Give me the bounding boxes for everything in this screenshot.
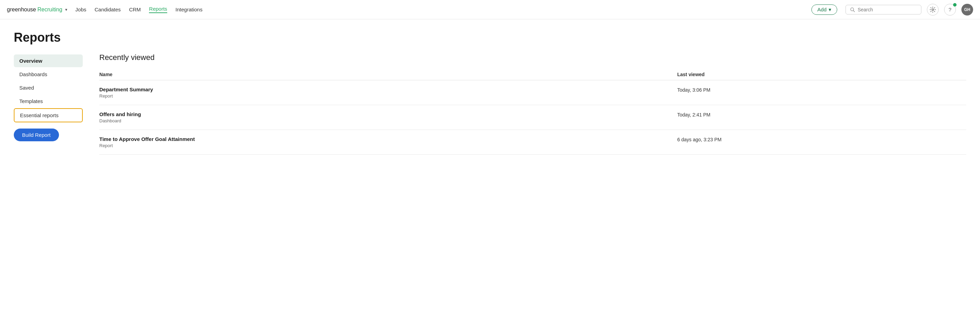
- help-icon: ?: [949, 6, 951, 13]
- sidebar-item-essential-reports[interactable]: Essential reports: [14, 108, 83, 122]
- row-name-col-1: Department Summary Report: [99, 87, 677, 98]
- nav-right-section: ? GH: [846, 4, 973, 16]
- build-report-button[interactable]: Build Report: [14, 128, 59, 141]
- row-name-col-2: Offers and hiring Dashboard: [99, 111, 677, 124]
- row-name-col-3: Time to Approve Offer Goal Attainment Re…: [99, 136, 677, 148]
- svg-line-1: [853, 10, 855, 12]
- gear-icon: [930, 6, 936, 13]
- sidebar-item-dashboards[interactable]: Dashboards: [14, 68, 83, 81]
- sidebar-item-overview[interactable]: Overview: [14, 54, 83, 67]
- row-last-viewed-3: 6 days ago, 3:23 PM: [677, 136, 966, 142]
- table-header: Name Last viewed: [99, 69, 966, 80]
- nav-item-integrations[interactable]: Integrations: [175, 6, 202, 13]
- content-layout: Overview Dashboards Saved Templates Esse…: [14, 53, 966, 155]
- nav-item-jobs[interactable]: Jobs: [76, 6, 87, 13]
- row-type-3: Report: [99, 143, 677, 148]
- row-title-2[interactable]: Offers and hiring: [99, 111, 677, 117]
- nav-item-reports[interactable]: Reports: [149, 6, 167, 13]
- sidebar: Overview Dashboards Saved Templates Esse…: [14, 53, 83, 155]
- brand-logo[interactable]: greenhouse Recruiting ▾: [7, 6, 67, 13]
- add-button[interactable]: Add ▾: [811, 5, 837, 15]
- add-dropdown-icon: ▾: [829, 6, 831, 13]
- notification-badge: [953, 3, 956, 6]
- help-button[interactable]: ?: [944, 4, 956, 16]
- table-row: Offers and hiring Dashboard Today, 2:41 …: [99, 105, 966, 130]
- column-header-name: Name: [99, 72, 677, 77]
- avatar-initials: GH: [964, 7, 970, 12]
- sidebar-item-saved[interactable]: Saved: [14, 81, 83, 94]
- search-icon: [850, 7, 855, 13]
- settings-button[interactable]: [927, 4, 939, 16]
- column-header-last-viewed: Last viewed: [677, 72, 966, 77]
- search-box[interactable]: [846, 5, 921, 14]
- page-title: Reports: [14, 30, 966, 45]
- sidebar-item-templates[interactable]: Templates: [14, 95, 83, 108]
- nav-item-crm[interactable]: CRM: [129, 6, 141, 13]
- svg-point-2: [932, 9, 934, 10]
- search-input[interactable]: [858, 7, 917, 13]
- row-last-viewed-1: Today, 3:06 PM: [677, 87, 966, 93]
- row-type-1: Report: [99, 94, 677, 98]
- brand-name-green: Recruiting: [38, 6, 62, 13]
- row-title-3[interactable]: Time to Approve Offer Goal Attainment: [99, 136, 677, 142]
- nav-item-candidates[interactable]: Candidates: [94, 6, 121, 13]
- top-navigation: greenhouse Recruiting ▾ Jobs Candidates …: [0, 0, 980, 19]
- row-type-2: Dashboard: [99, 118, 677, 124]
- nav-links: Jobs Candidates CRM Reports Integrations: [76, 6, 803, 13]
- row-title-1[interactable]: Department Summary: [99, 87, 677, 92]
- main-content: Recently viewed Name Last viewed Departm…: [83, 53, 966, 155]
- brand-name-black: greenhouse: [7, 6, 36, 13]
- page-container: Reports Overview Dashboards Saved Templa…: [0, 19, 980, 155]
- recently-viewed-title: Recently viewed: [99, 53, 966, 62]
- table-row: Department Summary Report Today, 3:06 PM: [99, 80, 966, 105]
- add-button-label: Add: [817, 6, 827, 13]
- row-last-viewed-2: Today, 2:41 PM: [677, 111, 966, 117]
- avatar[interactable]: GH: [961, 4, 973, 16]
- table-row: Time to Approve Offer Goal Attainment Re…: [99, 130, 966, 155]
- brand-dropdown-icon: ▾: [65, 7, 67, 12]
